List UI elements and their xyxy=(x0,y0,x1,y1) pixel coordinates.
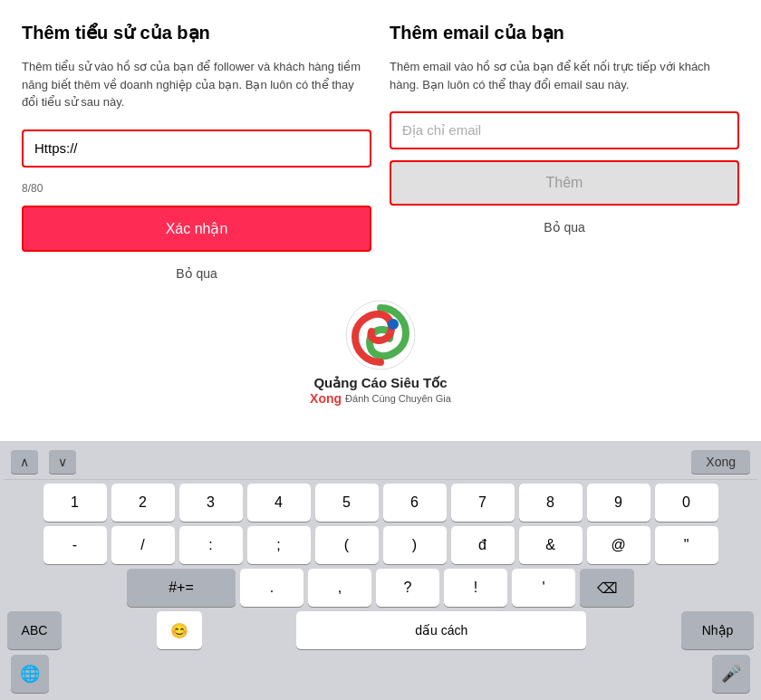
enter-key[interactable]: Nhập xyxy=(681,611,754,649)
delete-key[interactable]: ⌫ xyxy=(580,569,634,607)
right-panel-desc: Thêm email vào hồ sơ của bạn để kết nối … xyxy=(390,58,739,93)
key-0[interactable]: 0 xyxy=(655,484,718,522)
key-5[interactable]: 5 xyxy=(315,484,379,522)
key-ampersand[interactable]: & xyxy=(519,526,583,564)
logo-section: Quảng Cáo Siêu Tốc Xong Đánh Cùng Chuyên… xyxy=(0,281,761,415)
key-colon[interactable]: : xyxy=(179,526,243,564)
keyboard-toolbar: ∧ ∨ Xong xyxy=(4,446,757,479)
left-panel-desc: Thêm tiểu sử vào hồ sơ của bạn để follow… xyxy=(22,58,371,111)
key-9[interactable]: 9 xyxy=(587,484,650,522)
confirm-button[interactable]: Xác nhận xyxy=(22,206,371,252)
keyboard-down-arrow[interactable]: ∨ xyxy=(49,450,76,474)
right-panel-title: Thêm email của bạn xyxy=(390,22,739,43)
key-hash-plus[interactable]: #+= xyxy=(127,569,236,607)
left-panel-title: Thêm tiểu sử của bạn xyxy=(22,22,371,43)
mic-key[interactable]: 🎤 xyxy=(712,655,750,693)
key-3[interactable]: 3 xyxy=(179,484,243,522)
logo-main-text: Quảng Cáo Siêu Tốc xyxy=(313,375,447,391)
key-2[interactable]: 2 xyxy=(111,484,175,522)
svg-point-1 xyxy=(388,319,399,330)
key-1[interactable]: 1 xyxy=(43,484,107,522)
bio-input[interactable] xyxy=(34,140,359,156)
email-input[interactable] xyxy=(402,122,727,138)
key-abc[interactable]: ABC xyxy=(7,611,62,649)
keyboard-row-symbols: - / : ; ( ) đ & @ " xyxy=(4,526,757,564)
key-d-stroke[interactable]: đ xyxy=(451,526,515,564)
key-comma[interactable]: , xyxy=(308,569,371,607)
keyboard-row-numbers: 1 2 3 4 5 6 7 8 9 0 xyxy=(4,484,757,522)
key-6[interactable]: 6 xyxy=(383,484,447,522)
key-8[interactable]: 8 xyxy=(519,484,583,522)
left-skip-link[interactable]: Bỏ qua xyxy=(22,266,371,281)
key-slash[interactable]: / xyxy=(111,526,175,564)
key-exclaim[interactable]: ! xyxy=(444,569,507,607)
space-key[interactable]: dấu cách xyxy=(296,611,586,649)
logo-tagline: Đánh Cùng Chuyên Gia xyxy=(345,393,451,404)
key-semicolon[interactable]: ; xyxy=(247,526,311,564)
logo-sub-text: Xong xyxy=(310,391,342,406)
key-dash[interactable]: - xyxy=(43,526,107,564)
keyboard-row-misc: #+= . , ? ! ' ⌫ xyxy=(4,569,757,607)
key-rparen[interactable]: ) xyxy=(383,526,447,564)
key-quote[interactable]: " xyxy=(655,526,718,564)
logo-icon xyxy=(344,299,417,371)
keyboard-up-arrow[interactable]: ∧ xyxy=(11,450,38,474)
key-apostrophe[interactable]: ' xyxy=(512,569,575,607)
keyboard-extras-row: 🌐 🎤 xyxy=(4,649,757,693)
key-period[interactable]: . xyxy=(240,569,303,607)
right-panel: Thêm email của bạn Thêm email vào hồ sơ … xyxy=(390,22,739,281)
keyboard: ∧ ∨ Xong 1 2 3 4 5 6 7 8 9 0 - / : ; ( )… xyxy=(0,441,761,700)
key-4[interactable]: 4 xyxy=(247,484,311,522)
keyboard-row-bottom: ABC 😊 dấu cách Nhập xyxy=(4,611,757,649)
bio-input-wrapper[interactable] xyxy=(22,129,371,168)
key-emoji[interactable]: 😊 xyxy=(157,611,202,649)
bio-char-count: 8/80 xyxy=(22,182,371,195)
globe-key[interactable]: 🌐 xyxy=(11,655,49,693)
key-at[interactable]: @ xyxy=(587,526,650,564)
key-7[interactable]: 7 xyxy=(451,484,515,522)
key-question[interactable]: ? xyxy=(376,569,439,607)
keyboard-done-button[interactable]: Xong xyxy=(691,450,750,474)
right-skip-link[interactable]: Bỏ qua xyxy=(390,220,739,235)
add-button[interactable]: Thêm xyxy=(390,160,739,206)
key-lparen[interactable]: ( xyxy=(315,526,379,564)
left-panel: Thêm tiểu sử của bạn Thêm tiểu sử vào hồ… xyxy=(22,22,371,281)
email-input-wrapper[interactable] xyxy=(390,111,739,149)
